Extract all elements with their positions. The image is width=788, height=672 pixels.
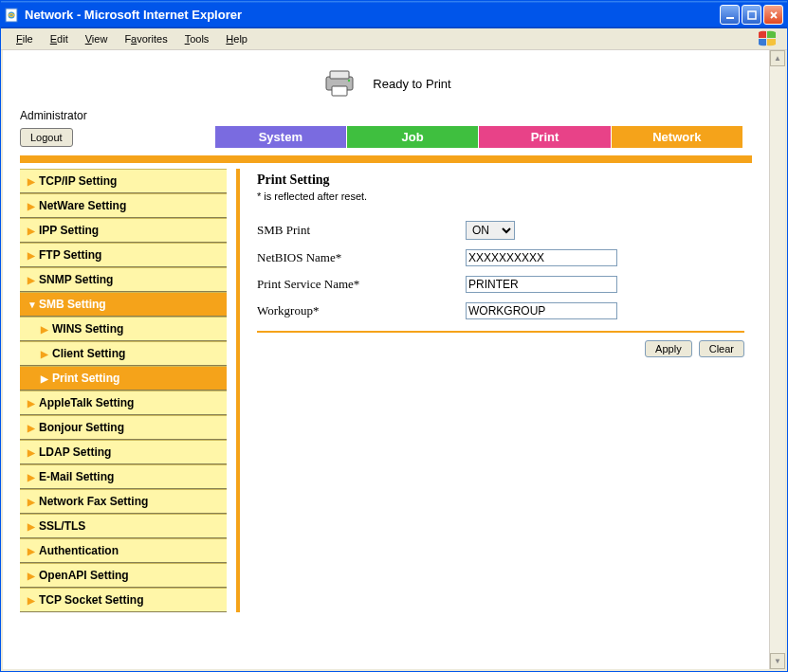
panel-divider [257,331,744,333]
arrow-right-icon: ▶ [27,275,39,285]
menu-favorites[interactable]: Favorites [117,31,174,46]
sidebar-item-tcpsocket[interactable]: ▶TCP Socket Setting [20,588,227,612]
netbios-input[interactable] [466,249,617,266]
row-workgroup: Workgroup* [257,302,744,319]
arrow-right-icon: ▶ [27,447,39,458]
svg-rect-8 [332,86,347,96]
sidebar-item-tcpip[interactable]: ▶TCP/IP Setting [20,169,227,193]
tab-bar: System Job Print Network [215,126,742,148]
maximize-button[interactable] [742,5,761,25]
sidebar-item-netware[interactable]: ▶NetWare Setting [20,193,227,218]
sidebar-item-openapi[interactable]: ▶OpenAPI Setting [20,563,227,588]
logout-button[interactable]: Logout [20,128,73,147]
sidebar-item-ftp[interactable]: ▶FTP Setting [20,243,227,267]
sidebar-sub-wins[interactable]: ▶WINS Setting [20,317,227,341]
netbios-label: NetBIOS Name* [257,250,466,265]
svg-rect-2 [726,17,734,19]
menu-file[interactable]: File [9,31,41,46]
sidebar-item-ssltls[interactable]: ▶SSL/TLS [20,514,227,538]
arrow-right-icon: ▶ [27,398,39,409]
arrow-right-icon: ▶ [27,176,39,187]
page: Ready to Print Administrator Logout Syst… [3,50,769,669]
row-service: Print Service Name* [257,276,744,293]
sidebar-item-appletalk[interactable]: ▶AppleTalk Setting [20,390,227,415]
tab-network[interactable]: Network [612,126,742,148]
admin-label: Administrator [3,107,769,126]
sidebar-sub-client[interactable]: ▶Client Setting [20,341,227,366]
menu-edit[interactable]: Edit [43,31,76,46]
arrow-right-icon: ▶ [27,571,39,581]
service-label: Print Service Name* [257,277,466,292]
ie-page-icon [5,8,20,23]
scroll-down-icon[interactable]: ▼ [770,653,785,669]
close-button[interactable] [763,5,783,25]
clear-button[interactable]: Clear [699,340,744,357]
top-row: Logout System Job Print Network [3,126,769,155]
sidebar-item-ipp[interactable]: ▶IPP Setting [20,218,227,243]
arrow-right-icon: ▶ [27,250,39,261]
arrow-right-icon: ▶ [27,546,39,556]
sidebar-item-smb[interactable]: ▼SMB Setting [20,292,227,317]
status-area: Ready to Print [3,50,769,107]
panel-actions: Apply Clear [257,340,744,357]
window-controls [720,5,783,25]
tab-print[interactable]: Print [479,126,611,148]
vertical-scrollbar[interactable]: ▲ ▼ [769,50,785,669]
svg-rect-3 [748,11,756,19]
content-area: Ready to Print Administrator Logout Syst… [1,50,787,671]
menu-tools[interactable]: Tools [177,31,217,46]
workgroup-input[interactable] [466,302,617,319]
sidebar: ▶TCP/IP Setting ▶NetWare Setting ▶IPP Se… [20,169,227,612]
section-divider [20,155,752,163]
vertical-divider [236,169,240,612]
arrow-right-icon: ▶ [27,226,39,236]
windows-logo-icon [757,28,778,49]
menubar: File Edit View Favorites Tools Help [1,28,787,50]
sidebar-item-ldap[interactable]: ▶LDAP Setting [20,440,227,464]
settings-panel: Print Setting * is reflected after reset… [249,169,752,361]
window-title: Network - Microsoft Internet Explorer [25,8,720,22]
apply-button[interactable]: Apply [645,340,692,357]
sidebar-sub-print[interactable]: ▶Print Setting [20,366,227,390]
arrow-right-icon: ▶ [27,595,39,606]
tab-system[interactable]: System [215,126,347,148]
sidebar-item-bonjour[interactable]: ▶Bonjour Setting [20,415,227,440]
arrow-right-icon: ▶ [27,497,39,507]
arrow-right-icon: ▶ [27,423,39,433]
sidebar-item-snmp[interactable]: ▶SNMP Setting [20,267,227,292]
smb-print-select[interactable]: ON [466,221,515,240]
menu-view[interactable]: View [78,31,116,46]
panel-title: Print Setting [257,173,744,188]
menu-help[interactable]: Help [218,31,255,46]
tab-job[interactable]: Job [347,126,479,148]
panel-note: * is reflected after reset. [257,191,744,202]
arrow-right-icon: ▶ [41,324,52,335]
sidebar-item-auth[interactable]: ▶Authentication [20,538,227,563]
minimize-button[interactable] [720,5,740,25]
svg-rect-7 [330,71,349,79]
arrow-right-icon: ▶ [27,201,39,211]
row-netbios: NetBIOS Name* [257,249,744,266]
arrow-right-icon: ▶ [27,472,39,482]
arrow-right-icon: ▶ [41,349,52,359]
row-smb-print: SMB Print ON [257,221,744,240]
smb-print-label: SMB Print [257,223,466,238]
service-input[interactable] [466,276,617,293]
sidebar-item-networkfax[interactable]: ▶Network Fax Setting [20,489,227,514]
main-columns: ▶TCP/IP Setting ▶NetWare Setting ▶IPP Se… [3,169,769,612]
workgroup-label: Workgroup* [257,303,466,318]
printer-icon [321,69,358,98]
arrow-right-icon: ▶ [27,521,39,532]
scroll-up-icon[interactable]: ▲ [770,50,785,66]
titlebar: Network - Microsoft Internet Explorer [1,1,787,28]
arrow-right-icon: ▶ [41,373,52,384]
status-text: Ready to Print [373,77,450,91]
browser-window: Network - Microsoft Internet Explorer Fi… [0,0,788,672]
sidebar-item-email[interactable]: ▶E-Mail Setting [20,464,227,489]
arrow-down-icon: ▼ [27,300,39,310]
svg-point-9 [348,80,350,82]
